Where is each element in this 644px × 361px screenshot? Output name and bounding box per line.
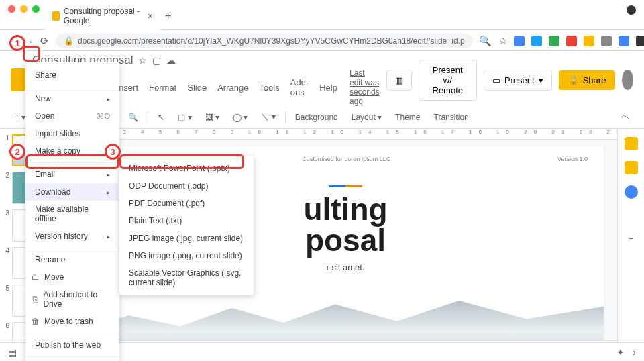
textbox-icon[interactable]: ▢ ▾ xyxy=(174,110,195,125)
menu-make-available-offline[interactable]: Make available offline xyxy=(25,201,119,227)
contacts-icon[interactable] xyxy=(625,185,638,199)
submenu-odp[interactable]: ODP Document (.odp) xyxy=(119,177,254,195)
submenu-txt[interactable]: Plain Text (.txt) xyxy=(119,212,254,229)
separator xyxy=(25,87,119,87)
menu-add-shortcut[interactable]: ⎘Add shortcut to Drive xyxy=(25,286,119,313)
separator xyxy=(25,356,119,357)
ext-icon[interactable] xyxy=(619,36,629,46)
annotation-3: 3 xyxy=(105,144,121,160)
filmstrip-view-icon[interactable]: ▤ xyxy=(8,347,17,358)
menu-slide[interactable]: Slide xyxy=(183,81,211,94)
menu-open[interactable]: Open⌘O xyxy=(25,107,119,125)
zoom-icon[interactable]: 🔍 xyxy=(124,110,142,125)
add-addon-icon[interactable]: + xyxy=(625,234,638,247)
search-icon[interactable]: 🔍 xyxy=(480,35,492,47)
layout-button[interactable]: Layout ▾ xyxy=(347,110,386,125)
tab-strip: Consulting proposal - Google × + xyxy=(40,3,182,30)
ext-icon[interactable] xyxy=(584,36,594,46)
menu-publish[interactable]: Publish to the web xyxy=(25,336,119,354)
menu-version-history[interactable]: Version history▸ xyxy=(25,227,119,245)
file-menu-dropdown: Share New▸ Open⌘O Import slides Make a c… xyxy=(25,62,119,361)
ext-icon[interactable] xyxy=(531,36,542,46)
submenu-pptx[interactable]: Microsoft PowerPoint (.pptx) xyxy=(119,160,254,177)
line-icon[interactable]: ＼ ▾ xyxy=(257,109,279,125)
slide-title-line2: posal xyxy=(305,225,386,256)
submenu-jpeg[interactable]: JPEG image (.jpg, current slide) xyxy=(119,229,254,247)
extension-icons: f? ⋮ xyxy=(514,36,644,46)
menu-arrange[interactable]: Arrange xyxy=(213,81,252,94)
ext-icon[interactable] xyxy=(514,36,525,46)
slide-customised: Customised for Loren Ipsum LLC xyxy=(302,156,390,162)
side-panel: + xyxy=(617,129,644,361)
tasks-icon[interactable] xyxy=(625,161,638,174)
horizontal-ruler: 1 2 3 4 5 6 7 8 9 10 11 12 13 14 15 16 1… xyxy=(74,129,617,140)
present-label: Present xyxy=(504,75,535,85)
lock-icon: 🔒 xyxy=(568,75,579,85)
ext-icon[interactable] xyxy=(636,36,644,46)
accent-line xyxy=(329,185,362,187)
select-icon[interactable]: ↖ xyxy=(154,110,168,125)
ext-icon[interactable] xyxy=(601,36,612,46)
ext-icon[interactable] xyxy=(566,36,577,46)
menu-addons[interactable]: Add-ons xyxy=(286,76,313,99)
browser-tab[interactable]: Consulting proposal - Google × xyxy=(46,3,160,30)
star-doc-icon[interactable]: ☆ xyxy=(138,55,147,66)
thumb-number: 2 xyxy=(3,172,9,179)
address-bar[interactable]: 🔒 docs.google.com/presentation/d/10jYlaX… xyxy=(56,34,473,48)
menu-move[interactable]: 🗀Move xyxy=(25,268,119,286)
chevron-right-icon: ▸ xyxy=(107,171,110,178)
transition-button[interactable]: Transition xyxy=(430,110,473,125)
present-icon: ▭ xyxy=(492,75,500,85)
meet-button[interactable]: ▥ xyxy=(386,70,412,91)
annotation-2: 2 xyxy=(9,144,25,160)
menu-email[interactable]: Email▸ xyxy=(25,166,119,183)
background-button[interactable]: Background xyxy=(291,110,342,125)
explore-icon[interactable]: ✦ xyxy=(616,347,625,358)
shape-icon[interactable]: ◯ ▾ xyxy=(229,110,252,125)
cloud-status-icon[interactable]: ☁ xyxy=(166,55,176,66)
menu-format[interactable]: Format xyxy=(145,81,180,94)
chevron-right-icon[interactable]: › xyxy=(633,347,636,358)
menu-move-to-trash[interactable]: 🗑Move to trash xyxy=(25,313,119,330)
separator xyxy=(285,111,286,123)
chevron-right-icon: ▸ xyxy=(107,189,110,196)
present-remote-button[interactable]: Present w/ Remote xyxy=(419,60,477,101)
menu-share[interactable]: Share xyxy=(25,66,119,84)
thumb-number: 1 xyxy=(3,134,9,142)
share-button[interactable]: 🔒Share xyxy=(559,70,616,90)
theme-button[interactable]: Theme xyxy=(391,110,424,125)
last-edit-link[interactable]: Last edit was seconds ago xyxy=(350,68,380,106)
submenu-png[interactable]: PNG image (.png, current slide) xyxy=(119,247,254,264)
reload-button[interactable]: ⟳ xyxy=(40,35,49,47)
submenu-pdf[interactable]: PDF Document (.pdf) xyxy=(119,195,254,212)
slides-app-icon[interactable] xyxy=(11,68,25,91)
avatar[interactable] xyxy=(622,70,633,90)
tab-close-icon[interactable]: × xyxy=(148,11,153,21)
chevron-right-icon: ▸ xyxy=(107,95,110,103)
maximize-window-icon[interactable] xyxy=(32,5,40,13)
keep-icon[interactable] xyxy=(625,137,638,150)
menu-help[interactable]: Help xyxy=(315,81,341,94)
tab-title: Consulting proposal - Google xyxy=(64,7,144,25)
separator xyxy=(25,333,119,333)
menu-tools[interactable]: Tools xyxy=(255,81,283,94)
slide-subtitle: r sit amet. xyxy=(326,262,364,272)
new-tab-button[interactable]: + xyxy=(160,7,176,25)
menu-new[interactable]: New▸ xyxy=(25,90,119,107)
collapse-toolbar-icon[interactable]: ヘ xyxy=(617,109,633,125)
menu-import-slides[interactable]: Import slides xyxy=(25,125,119,142)
close-window-icon[interactable] xyxy=(8,5,15,13)
menu-download[interactable]: Download▸ xyxy=(25,183,119,201)
slides-favicon-icon xyxy=(52,11,60,21)
present-button[interactable]: ▭Present▾ xyxy=(484,70,552,91)
move-doc-icon[interactable]: ▢ xyxy=(152,55,161,66)
separator xyxy=(25,162,119,163)
menu-rename[interactable]: Rename xyxy=(25,251,119,268)
star-icon[interactable]: ☆ xyxy=(498,35,507,47)
image-icon[interactable]: 🖼 ▾ xyxy=(201,110,223,125)
profile-dot-icon[interactable] xyxy=(627,5,636,15)
submenu-svg[interactable]: Scalable Vector Graphics (.svg, current … xyxy=(119,264,254,291)
separator xyxy=(148,111,148,123)
minimize-window-icon[interactable] xyxy=(20,5,28,13)
ext-icon[interactable] xyxy=(549,36,559,46)
